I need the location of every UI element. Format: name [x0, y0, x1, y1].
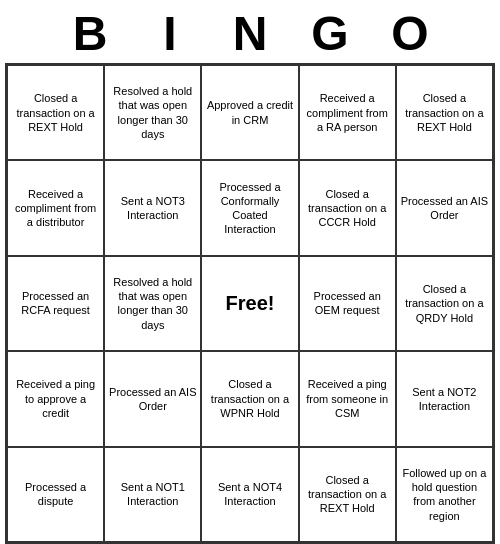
bingo-cell-22[interactable]: Sent a NOT4 Interaction — [201, 447, 298, 542]
bingo-cell-18[interactable]: Received a ping from someone in CSM — [299, 351, 396, 446]
title-letter-B: B — [50, 6, 130, 61]
bingo-cell-16[interactable]: Processed an AIS Order — [104, 351, 201, 446]
bingo-cell-15[interactable]: Received a ping to approve a credit — [7, 351, 104, 446]
bingo-cell-5[interactable]: Received a compliment from a distributor — [7, 160, 104, 255]
bingo-cell-text-16: Processed an AIS Order — [108, 385, 197, 414]
bingo-cell-text-3: Received a compliment from a RA person — [303, 91, 392, 134]
bingo-cell-20[interactable]: Processed a dispute — [7, 447, 104, 542]
bingo-cell-12[interactable]: Free! — [201, 256, 298, 351]
title-letter-N: N — [210, 6, 290, 61]
bingo-cell-4[interactable]: Closed a transaction on a REXT Hold — [396, 65, 493, 160]
bingo-cell-text-12: Free! — [226, 290, 275, 316]
bingo-cell-2[interactable]: Approved a credit in CRM — [201, 65, 298, 160]
bingo-grid: Closed a transaction on a REXT HoldResol… — [5, 63, 495, 544]
bingo-cell-24[interactable]: Followed up on a hold question from anot… — [396, 447, 493, 542]
bingo-cell-9[interactable]: Processed an AIS Order — [396, 160, 493, 255]
bingo-cell-text-9: Processed an AIS Order — [400, 194, 489, 223]
title-letter-I: I — [130, 6, 210, 61]
bingo-cell-text-10: Processed an RCFA request — [11, 289, 100, 318]
bingo-cell-11[interactable]: Resolved a hold that was open longer tha… — [104, 256, 201, 351]
bingo-cell-0[interactable]: Closed a transaction on a REXT Hold — [7, 65, 104, 160]
bingo-cell-1[interactable]: Resolved a hold that was open longer tha… — [104, 65, 201, 160]
bingo-cell-text-1: Resolved a hold that was open longer tha… — [108, 84, 197, 141]
bingo-cell-text-13: Processed an OEM request — [303, 289, 392, 318]
bingo-cell-6[interactable]: Sent a NOT3 Interaction — [104, 160, 201, 255]
bingo-cell-text-4: Closed a transaction on a REXT Hold — [400, 91, 489, 134]
bingo-cell-text-18: Received a ping from someone in CSM — [303, 377, 392, 420]
bingo-cell-23[interactable]: Closed a transaction on a REXT Hold — [299, 447, 396, 542]
bingo-title: BINGO — [10, 0, 490, 63]
bingo-cell-text-21: Sent a NOT1 Interaction — [108, 480, 197, 509]
bingo-cell-text-19: Sent a NOT2 Interaction — [400, 385, 489, 414]
bingo-cell-text-22: Sent a NOT4 Interaction — [205, 480, 294, 509]
bingo-cell-7[interactable]: Processed a Conformally Coated Interacti… — [201, 160, 298, 255]
bingo-cell-text-6: Sent a NOT3 Interaction — [108, 194, 197, 223]
bingo-cell-8[interactable]: Closed a transaction on a CCCR Hold — [299, 160, 396, 255]
bingo-cell-17[interactable]: Closed a transaction on a WPNR Hold — [201, 351, 298, 446]
title-letter-O: O — [370, 6, 450, 61]
bingo-cell-text-7: Processed a Conformally Coated Interacti… — [205, 180, 294, 237]
bingo-cell-14[interactable]: Closed a transaction on a QRDY Hold — [396, 256, 493, 351]
bingo-cell-text-15: Received a ping to approve a credit — [11, 377, 100, 420]
bingo-cell-21[interactable]: Sent a NOT1 Interaction — [104, 447, 201, 542]
bingo-cell-text-24: Followed up on a hold question from anot… — [400, 466, 489, 523]
bingo-cell-text-14: Closed a transaction on a QRDY Hold — [400, 282, 489, 325]
bingo-cell-text-17: Closed a transaction on a WPNR Hold — [205, 377, 294, 420]
bingo-cell-text-20: Processed a dispute — [11, 480, 100, 509]
title-letter-G: G — [290, 6, 370, 61]
bingo-cell-19[interactable]: Sent a NOT2 Interaction — [396, 351, 493, 446]
bingo-cell-10[interactable]: Processed an RCFA request — [7, 256, 104, 351]
bingo-cell-3[interactable]: Received a compliment from a RA person — [299, 65, 396, 160]
bingo-cell-text-11: Resolved a hold that was open longer tha… — [108, 275, 197, 332]
bingo-cell-13[interactable]: Processed an OEM request — [299, 256, 396, 351]
bingo-cell-text-2: Approved a credit in CRM — [205, 98, 294, 127]
bingo-cell-text-5: Received a compliment from a distributor — [11, 187, 100, 230]
bingo-cell-text-8: Closed a transaction on a CCCR Hold — [303, 187, 392, 230]
bingo-cell-text-0: Closed a transaction on a REXT Hold — [11, 91, 100, 134]
bingo-cell-text-23: Closed a transaction on a REXT Hold — [303, 473, 392, 516]
